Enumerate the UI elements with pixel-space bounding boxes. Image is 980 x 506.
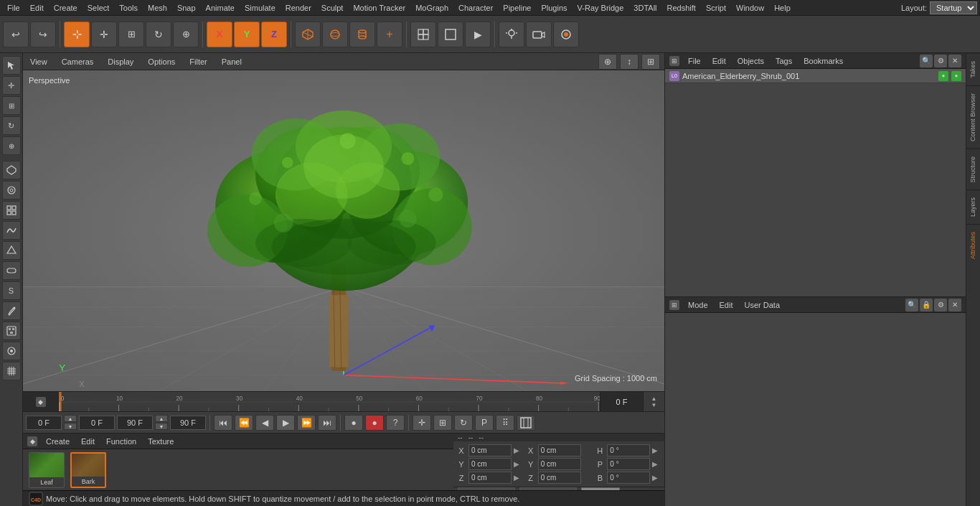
menu-window[interactable]: Window — [732, 2, 768, 14]
menu-edit[interactable]: Edit — [26, 2, 48, 14]
material-leaf[interactable]: Leaf — [29, 452, 65, 488]
attr-close-btn[interactable]: ✕ — [948, 299, 961, 311]
next-key-btn[interactable]: ⏩ — [297, 415, 316, 431]
menu-3dtall[interactable]: 3DTAll — [629, 2, 661, 14]
viewport-3d[interactable]: Perspective — [23, 70, 664, 391]
cylinder-button[interactable] — [349, 22, 375, 47]
viewport-close-btn[interactable]: ⊞ — [641, 54, 660, 70]
menu-tools[interactable]: Tools — [115, 2, 142, 14]
sidebar-fx-btn[interactable] — [2, 342, 21, 360]
sidebar-subdivision-btn[interactable] — [2, 201, 21, 220]
sidebar-scene-btn[interactable] — [2, 322, 21, 340]
sidebar-rotate-btn[interactable]: ↻ — [2, 116, 21, 135]
sidebar-spline-btn[interactable] — [2, 221, 21, 240]
play-forward-btn[interactable]: ▶ — [276, 415, 295, 431]
play-in-viewport-button[interactable]: ▶ — [465, 22, 491, 47]
objects-settings-btn[interactable]: ⚙ — [934, 55, 947, 67]
material-edit-menu[interactable]: Edit — [78, 436, 98, 446]
sidebar-paint-btn[interactable] — [2, 301, 21, 320]
menu-animate[interactable]: Animate — [202, 2, 239, 14]
attributes-edit-menu[interactable]: Edit — [717, 300, 736, 310]
perspective-view-button[interactable] — [410, 22, 436, 47]
menu-vray-bridge[interactable]: V-Ray Bridge — [573, 2, 628, 14]
menu-simulate[interactable]: Simulate — [240, 2, 280, 14]
sidebar-generator-btn[interactable] — [2, 241, 21, 260]
viewport-panel-menu[interactable]: Panel — [219, 56, 245, 67]
autokey-btn[interactable]: ● — [365, 415, 384, 431]
layout-select[interactable]: Startup — [930, 1, 977, 14]
prev-key-btn[interactable]: ⏪ — [235, 415, 253, 431]
coord-z-arrow[interactable]: ▶ — [514, 474, 519, 482]
undo-button[interactable]: ↩ — [3, 22, 29, 47]
scale-x-input[interactable] — [538, 444, 581, 456]
end-frame-up-btn[interactable]: ▲ — [155, 415, 168, 422]
rotate-tool-button[interactable]: ↻ — [146, 22, 171, 47]
pivot-btn[interactable]: P — [475, 415, 494, 431]
go-to-end-btn[interactable]: ⏭ — [318, 415, 336, 431]
preview-end-input[interactable] — [170, 416, 206, 430]
objects-edit-menu[interactable]: Edit — [710, 56, 729, 66]
menu-plugins[interactable]: Plugins — [537, 2, 571, 14]
frame-down-btn[interactable]: ▼ — [64, 423, 77, 430]
object-render-dot[interactable]: ● — [951, 71, 961, 81]
viewport-maximize-btn[interactable]: ⊕ — [598, 54, 617, 70]
material-function-menu[interactable]: Function — [103, 436, 139, 446]
attributes-userdata-menu[interactable]: User Data — [742, 300, 783, 310]
menu-create[interactable]: Create — [50, 2, 82, 14]
viewport-options-menu[interactable]: Options — [145, 56, 178, 67]
material-bark[interactable]: Bark — [70, 452, 106, 488]
cube-button[interactable] — [295, 22, 321, 47]
record-btn[interactable]: ● — [344, 415, 363, 431]
single-view-button[interactable] — [438, 22, 463, 47]
play-backward-btn[interactable]: ◀ — [255, 415, 274, 431]
end-frame-down-btn[interactable]: ▼ — [155, 423, 168, 430]
coord-x-input[interactable] — [468, 444, 512, 456]
attr-lock-btn[interactable]: 🔒 — [920, 299, 933, 311]
move-key-btn[interactable]: ✛ — [413, 415, 431, 431]
sidebar-move-btn[interactable]: ✛ — [2, 76, 21, 95]
scale-key-btn[interactable]: ⊞ — [433, 415, 452, 431]
rot-b-input[interactable] — [607, 472, 650, 484]
menu-pipeline[interactable]: Pipeline — [499, 2, 535, 14]
tab-content-browser[interactable]: Content Browser — [966, 85, 980, 149]
scale-z-input[interactable] — [538, 472, 581, 484]
rot-b-arrow[interactable]: ▶ — [652, 474, 658, 482]
rot-h-input[interactable] — [607, 444, 650, 456]
scale-tool-button[interactable]: ⊞ — [118, 22, 144, 47]
sidebar-dynamics-btn[interactable]: S — [2, 281, 21, 300]
menu-script[interactable]: Script — [702, 2, 730, 14]
render-button[interactable] — [553, 22, 579, 47]
sidebar-poly-btn[interactable] — [2, 161, 21, 179]
add-object-button[interactable]: + — [377, 22, 402, 47]
axis-y-button[interactable]: Y — [234, 22, 260, 47]
viewport-filter-menu[interactable]: Filter — [187, 56, 209, 67]
menu-redshift[interactable]: Redshift — [663, 2, 700, 14]
viewport-display-menu[interactable]: Display — [105, 56, 136, 67]
objects-search-btn[interactable]: 🔍 — [920, 55, 933, 67]
objects-objects-menu[interactable]: Objects — [735, 56, 767, 66]
scale-y-input[interactable] — [538, 458, 581, 470]
objects-tags-menu[interactable]: Tags — [773, 56, 795, 66]
axis-x-button[interactable]: X — [207, 22, 232, 47]
start-frame-input[interactable] — [26, 416, 62, 430]
objects-close-btn[interactable]: ✕ — [948, 55, 961, 67]
menu-select[interactable]: Select — [83, 2, 114, 14]
material-create-menu[interactable]: Create — [43, 436, 72, 446]
render-region-btn[interactable] — [517, 415, 535, 431]
sphere-button[interactable] — [322, 22, 348, 47]
end-frame-input[interactable] — [117, 416, 153, 430]
rot-p-input[interactable] — [607, 458, 650, 470]
sidebar-transform-btn[interactable]: ⊕ — [2, 136, 21, 155]
frame-step-buttons[interactable]: ▲ ▼ — [643, 392, 664, 412]
object-visibility-dot[interactable]: ● — [938, 71, 948, 81]
sidebar-select-btn[interactable] — [2, 56, 21, 75]
transform-tool-button[interactable]: ⊕ — [173, 22, 199, 47]
menu-sculpt[interactable]: Sculpt — [317, 2, 348, 14]
coord-z-input[interactable] — [468, 472, 512, 484]
attr-search-btn[interactable]: 🔍 — [905, 299, 918, 311]
menu-character[interactable]: Character — [454, 2, 497, 14]
object-row-elderberry[interactable]: L0 American_Elderberry_Shrub_001 ● ● — [665, 69, 966, 83]
coord-x-arrow[interactable]: ▶ — [514, 446, 519, 454]
objects-file-menu[interactable]: File — [685, 56, 704, 66]
select-tool-button[interactable]: ⊹ — [64, 22, 90, 47]
